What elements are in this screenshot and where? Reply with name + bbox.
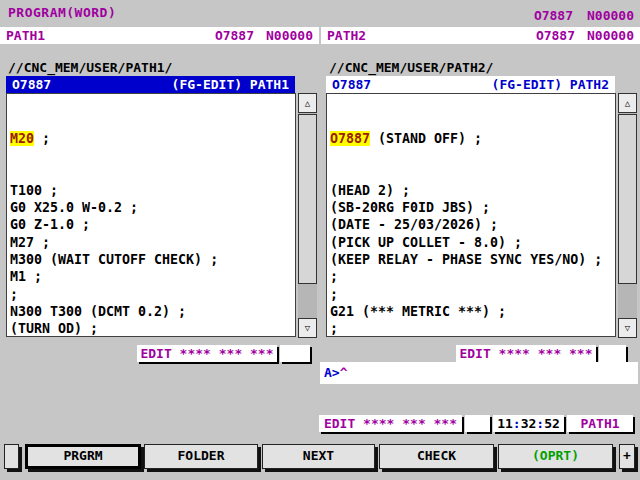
mode-status-box: EDIT **** *** *** <box>319 415 462 432</box>
path1-header-program: O7887 <box>12 76 51 93</box>
scrollbar-thumb[interactable] <box>618 114 637 284</box>
program-line: G0 Z-1.0 ; <box>10 216 295 233</box>
softkey-folder[interactable]: FOLDER <box>144 444 258 469</box>
status-spacer-box <box>465 415 490 432</box>
scroll-down-icon[interactable]: ▽ <box>298 318 317 338</box>
path1-program-header: O7887 (FG-EDIT) PATH1 <box>6 76 295 93</box>
edit-cursor: M20 <box>10 131 34 146</box>
program-line: M300 (WAIT CUTOFF CHECK) ; <box>10 251 295 268</box>
program-line: (SB-20RG F0ID JBS) ; <box>330 199 615 216</box>
program-line: G0 X25.0 W-0.2 ; <box>10 199 295 216</box>
softkey-check[interactable]: CHECK <box>379 444 494 469</box>
program-cursor-line: O7887 (STAND OFF) ; <box>330 130 615 147</box>
status-spacer-box <box>280 345 310 362</box>
scroll-up-icon[interactable]: △ <box>298 93 317 113</box>
key-input-buffer[interactable]: A>^ <box>320 362 638 384</box>
cnc-program-screen: PROGRAM(WORD) O7887N00000 PATH1 O7887N00… <box>0 0 640 480</box>
scrollbar-thumb[interactable] <box>298 114 317 284</box>
softkey-prgrm[interactable]: PRGRM <box>25 444 141 469</box>
page-title: PROGRAM(WORD) <box>8 5 116 20</box>
path2-edit-status: (FG-EDIT) PATH2 <box>492 76 609 93</box>
program-line: ; <box>10 286 295 303</box>
path2-label: PATH2 <box>327 27 366 44</box>
path2-program: O7887N00000 <box>536 27 634 44</box>
program-line: M27 ; <box>10 234 295 251</box>
program-cursor-line: M20 ; <box>10 130 295 147</box>
path1-edit-status: (FG-EDIT) PATH1 <box>172 76 289 93</box>
program-line: G21 (*** METRIC ***) ; <box>330 303 615 320</box>
input-prompt: A> <box>324 365 340 380</box>
clock: 11:32:52 <box>493 415 564 432</box>
path1-directory: //CNC_MEM/USER/PATH1/ <box>8 60 172 75</box>
softkey-oprt[interactable]: (OPRT) <box>498 444 613 469</box>
path2-program-listing[interactable]: O7887 (STAND OFF) ; (HEAD 2) ;(SB-20RG F… <box>326 93 616 337</box>
path2-scrollbar[interactable]: △ ▽ <box>618 93 637 338</box>
active-path-indicator: PATH1 <box>567 415 633 432</box>
program-line: ; <box>330 286 615 303</box>
program-line: (DATE - 25/03/2026) ; <box>330 216 615 233</box>
path1-program-listing[interactable]: M20 ; T100 ;G0 X25.0 W-0.2 ;G0 Z-1.0 ;M2… <box>6 93 296 337</box>
path2-mode-box: EDIT **** *** *** <box>456 345 596 362</box>
path2-directory: //CNC_MEM/USER/PATH2/ <box>329 60 493 75</box>
program-line: (KEEP RELAY - PHASE SYNC YES/NO) ; <box>330 251 615 268</box>
path1-mode-box: EDIT **** *** *** <box>137 345 277 362</box>
program-number: O7887 <box>534 8 573 23</box>
program-line: T100 ; <box>10 182 295 199</box>
path1-title-bar: PATH1 O7887N00000 <box>0 27 319 44</box>
program-line: (PICK UP COLLET - 8.0) ; <box>330 234 615 251</box>
program-line: (HEAD 2) ; <box>330 182 615 199</box>
program-line: M1 ; <box>10 268 295 285</box>
program-line: (TURN OD) ; <box>10 320 295 337</box>
path2-program-header: O7887 (FG-EDIT) PATH2 <box>326 76 615 93</box>
path1-scrollbar[interactable]: △ ▽ <box>298 93 317 338</box>
program-line: ; <box>330 320 615 337</box>
path2-title-bar: PATH2 O7887N00000 <box>321 27 640 44</box>
scroll-down-icon[interactable]: ▽ <box>618 318 637 338</box>
softkey-plus[interactable]: + <box>619 444 635 469</box>
path1-label: PATH1 <box>6 27 45 44</box>
program-line: ; <box>330 268 615 285</box>
sequence-number: N00000 <box>587 8 634 23</box>
scroll-up-icon[interactable]: △ <box>618 93 637 113</box>
path1-program: O7887N00000 <box>215 27 313 44</box>
edit-cursor: O7887 <box>330 131 370 146</box>
input-cursor: ^ <box>340 365 348 380</box>
path2-header-program: O7887 <box>332 76 371 93</box>
softkey-next[interactable]: NEXT <box>262 444 375 469</box>
program-line: N300 T300 (DCMT 0.2) ; <box>10 303 295 320</box>
active-program-indicator: O7887N00000 <box>534 8 634 23</box>
status-spacer-box <box>599 345 626 362</box>
softkey-left-arrow[interactable] <box>4 444 19 469</box>
